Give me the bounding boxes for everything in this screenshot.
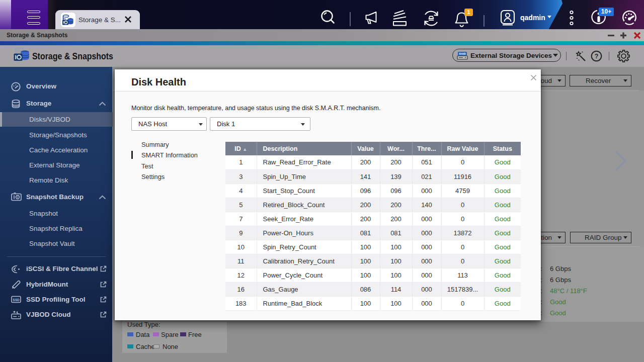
svg-text:?: ? [595,53,599,60]
svg-text:SSD: SSD [13,298,20,302]
svg-text:RAID: RAID [459,52,465,55]
